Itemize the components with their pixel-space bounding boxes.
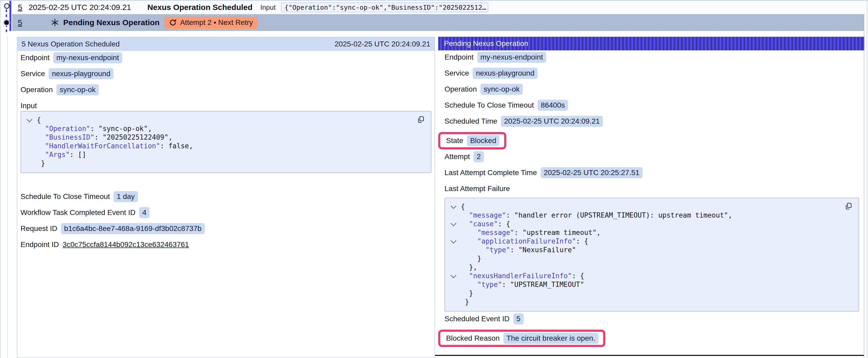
field-value-badge: b1c6a4bc-8ee7-468a-9169-df3b02c8737b bbox=[61, 223, 205, 234]
input-preview-badge: {"Operation":"sync-op-ok","BusinessID":"… bbox=[281, 2, 488, 12]
event-detail-panel: 5 Nexus Operation Scheduled 2025-02-25 U… bbox=[17, 37, 435, 358]
field-row-request-id: Request IDb1c6a4bc-8ee7-468a-9169-df3b02… bbox=[21, 223, 431, 234]
code-text: "applicationFailureInfo": { bbox=[461, 237, 588, 246]
field-row-endpoint: Endpointmy-nexus-endpoint bbox=[444, 52, 859, 62]
copy-icon[interactable] bbox=[415, 115, 425, 124]
event-node-icon[interactable] bbox=[4, 3, 10, 9]
field-label: Attempt bbox=[444, 153, 470, 161]
code-text: "type": "NexusFailure" bbox=[461, 246, 576, 254]
code-line: } bbox=[450, 254, 853, 263]
field-label: Schedule To Close Timeout bbox=[444, 101, 534, 109]
field-value-badge: The circuit breaker is open. bbox=[503, 333, 598, 344]
code-text: } bbox=[461, 298, 469, 306]
pending-operation-body: Endpointmy-nexus-endpointServicenexus-pl… bbox=[438, 51, 864, 347]
collapse-caret-icon[interactable] bbox=[450, 202, 461, 211]
code-line: }, bbox=[450, 263, 853, 272]
code-line: "cause": { bbox=[450, 220, 853, 228]
asterisk-pending-icon bbox=[51, 19, 59, 27]
field-label: Service bbox=[21, 70, 45, 78]
field-label: Workflow Task Completed Event ID bbox=[21, 208, 135, 217]
pending-operation-header: Pending Nexus Operation bbox=[438, 37, 864, 51]
copy-icon[interactable] bbox=[843, 202, 852, 211]
field-row-attempt: Attempt2 bbox=[444, 152, 859, 162]
code-line: "BusinessID": "20250225122409", bbox=[26, 133, 426, 142]
event-detail-body: Endpointmy-nexus-endpointServicenexus-pl… bbox=[17, 51, 435, 250]
field-label: Endpoint bbox=[444, 53, 474, 61]
event-row-scheduled[interactable]: 5 2025-02-25 UTC 20:24:09.21 Nexus Opera… bbox=[12, 1, 864, 14]
code-text: } bbox=[461, 289, 473, 298]
field-value-badge: 5 bbox=[513, 314, 524, 324]
highlight-annotation: Blocked ReasonThe circuit breaker is ope… bbox=[438, 330, 605, 347]
code-text: "nexusHandlerFailureInfo": { bbox=[461, 272, 584, 280]
field-row-schedule-to-close-timeout: Schedule To Close Timeout86400s bbox=[444, 100, 859, 110]
bottom-divider-line bbox=[435, 355, 864, 356]
collapse-caret-icon[interactable] bbox=[450, 237, 461, 246]
field-row-workflow-task-completed-event-id: Workflow Task Completed Event ID4 bbox=[21, 207, 431, 218]
collapse-caret-icon[interactable] bbox=[450, 220, 461, 228]
code-line: "type": "NexusFailure" bbox=[450, 246, 853, 254]
code-line: "message": "handler error (UPSTREAM_TIME… bbox=[450, 211, 853, 220]
field-value-link[interactable]: 3c0c75ccfa8144b092c13ce632463761 bbox=[63, 240, 189, 249]
field-value-badge: 86400s bbox=[537, 100, 568, 111]
field-value-badge: sync-op-ok bbox=[480, 84, 523, 95]
event-row-pending-selected[interactable]: 5 Pending Nexus Operation Attempt 2 • Ne… bbox=[12, 14, 864, 31]
field-row-last-attempt-complete-time: Last Attempt Complete Time2025-02-25 UTC… bbox=[444, 167, 859, 178]
field-value-badge: my-nexus-endpoint bbox=[477, 52, 546, 63]
field-row-operation: Operationsync-op-ok bbox=[21, 85, 431, 95]
attempt-badge-label: Attempt 2 • Next Retry bbox=[180, 19, 253, 27]
code-gutter bbox=[450, 246, 461, 254]
field-label: Last Attempt Complete Time bbox=[444, 168, 537, 177]
code-gutter bbox=[26, 133, 37, 142]
retry-icon bbox=[169, 19, 177, 27]
field-row-scheduled-time: Scheduled Time2025-02-25 UTC 20:24:09.21 bbox=[444, 116, 859, 127]
event-detail-timestamp: 2025-02-25 UTC 20:24:09.21 bbox=[335, 40, 430, 48]
event-id-link[interactable]: 5 bbox=[18, 18, 22, 27]
field-label: Endpoint bbox=[21, 54, 50, 62]
right-border-outer bbox=[867, 0, 867, 358]
field-label: Operation bbox=[21, 86, 53, 94]
field-label: Scheduled Event ID bbox=[444, 315, 510, 323]
event-title: Pending Nexus Operation bbox=[63, 18, 160, 27]
field-label: Operation bbox=[444, 85, 477, 93]
event-timestamp: 2025-02-25 UTC 20:24:09.21 bbox=[29, 3, 131, 12]
collapse-caret-icon[interactable] bbox=[450, 272, 461, 280]
field-value-badge: nexus-playground bbox=[473, 68, 537, 79]
code-gutter bbox=[26, 151, 37, 159]
code-text: }, bbox=[461, 263, 477, 272]
code-gutter bbox=[26, 124, 37, 133]
code-text: "message": "upstream timeout", bbox=[461, 228, 600, 237]
highlight-annotation: StateBlocked bbox=[438, 132, 506, 149]
code-gutter bbox=[450, 263, 461, 272]
field-label: Schedule To Close Timeout bbox=[21, 192, 110, 201]
collapse-caret-icon[interactable] bbox=[26, 116, 37, 124]
code-line: "nexusHandlerFailureInfo": { bbox=[450, 272, 853, 280]
code-gutter bbox=[26, 142, 37, 151]
code-text: } bbox=[37, 159, 45, 168]
field-value-badge: my-nexus-endpoint bbox=[53, 52, 122, 63]
code-line: { bbox=[26, 116, 426, 124]
code-text: "type": "UPSTREAM_TIMEOUT" bbox=[461, 280, 584, 289]
field-row-operation: Operationsync-op-ok bbox=[444, 84, 859, 95]
field-value-badge: sync-op-ok bbox=[57, 84, 99, 95]
code-text: "Args": [] bbox=[37, 151, 86, 159]
code-line: "Operation": "sync-op-ok", bbox=[26, 124, 426, 133]
code-text: { bbox=[461, 202, 465, 211]
code-line: { bbox=[450, 202, 853, 211]
code-gutter bbox=[26, 159, 37, 168]
field-row-service: Servicenexus-playground bbox=[21, 68, 431, 79]
timeline-guide-line bbox=[7, 37, 8, 358]
event-id-link[interactable]: 5 bbox=[18, 3, 22, 12]
code-gutter bbox=[450, 280, 461, 289]
field-label: State bbox=[446, 136, 463, 145]
input-section-label: Input bbox=[21, 100, 431, 111]
field-value-badge: nexus-playground bbox=[49, 68, 114, 79]
code-text: { bbox=[37, 116, 41, 124]
current-event-node-icon[interactable] bbox=[3, 19, 10, 27]
pending-operation-title: Pending Nexus Operation bbox=[444, 39, 528, 48]
field-row-endpoint-id: Endpoint ID3c0c75ccfa8144b092c13ce632463… bbox=[21, 239, 431, 250]
event-detail-title: 5 Nexus Operation Scheduled bbox=[22, 40, 120, 48]
code-line: "Args": [] bbox=[26, 151, 426, 159]
event-history-view: 5 2025-02-25 UTC 20:24:09.21 Nexus Opera… bbox=[0, 0, 868, 358]
code-gutter bbox=[450, 289, 461, 298]
last-attempt-failure-label: Last Attempt Failure bbox=[444, 184, 859, 194]
